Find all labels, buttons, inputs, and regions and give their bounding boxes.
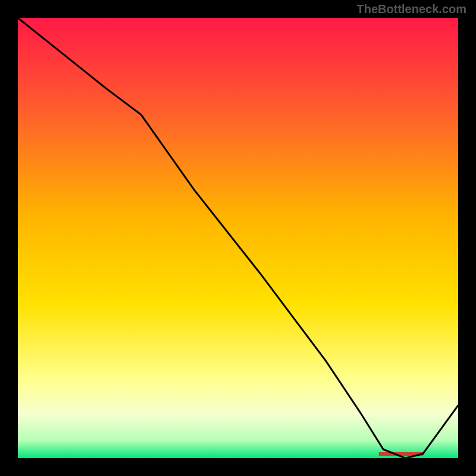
- plot-area: [18, 18, 458, 458]
- watermark: TheBottleneck.com: [357, 2, 466, 16]
- chart-svg: [18, 18, 458, 458]
- chart-frame: [18, 18, 458, 458]
- gradient-background: [18, 18, 458, 458]
